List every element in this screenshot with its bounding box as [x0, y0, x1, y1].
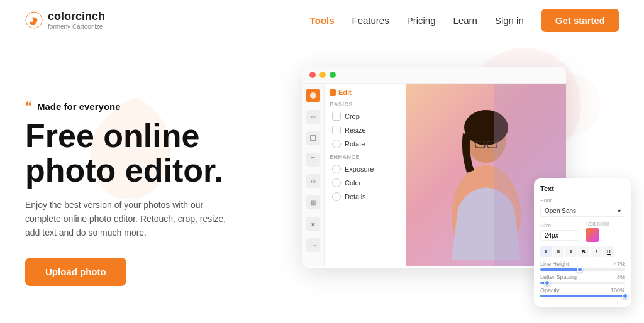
enhance-label: ENHANCE: [330, 154, 401, 160]
text-panel-overlay: Text Font Open Sans ▾ Size 24px Text col…: [534, 178, 631, 307]
align-buttons: ≡ ≡ ≡ B I U: [540, 246, 625, 257]
letter-spacing-value: 8%: [617, 274, 625, 280]
letter-spacing-track[interactable]: [540, 282, 625, 284]
main-nav: Tools Features Pricing Learn Sign in Get…: [310, 9, 619, 32]
exposure-icon: [332, 165, 341, 173]
basics-label: BASICS: [330, 101, 401, 107]
panel-title: Edit: [330, 89, 401, 96]
sidebar-icon-more: ⋯: [306, 238, 320, 252]
svg-point-1: [30, 18, 33, 22]
window-close-dot: [309, 72, 316, 78]
line-height-fill: [540, 268, 580, 271]
sidebar-icon-adjust: ⊙: [306, 174, 320, 188]
nav-features[interactable]: Features: [352, 15, 389, 26]
opacity-label: Opacity: [540, 287, 560, 293]
rotate-icon: [332, 140, 341, 148]
bold-button[interactable]: B: [578, 246, 589, 257]
font-select[interactable]: Open Sans ▾: [540, 205, 625, 217]
letter-spacing-thumb[interactable]: [544, 280, 550, 286]
opacity-fill: [540, 295, 625, 297]
align-right-button[interactable]: ≡: [565, 246, 577, 257]
italic-button[interactable]: I: [591, 246, 602, 257]
text-panel-title: Text: [540, 185, 625, 192]
panel-icon: [330, 89, 336, 96]
details-icon: [332, 192, 341, 201]
brand-subtitle: formerly Cartoonize: [48, 23, 105, 30]
hero-description: Enjoy the best version of your photos wi…: [25, 198, 239, 240]
font-value: Open Sans: [545, 207, 576, 214]
get-started-button[interactable]: Get started: [541, 9, 619, 32]
logo[interactable]: colorcinch formerly Cartoonize: [25, 11, 105, 30]
hero-content: ❝ Made for everyone Free online photo ed…: [25, 100, 289, 285]
hero-section: ❝ Made for everyone Free online photo ed…: [0, 41, 644, 323]
panel-item-exposure[interactable]: Exposure: [330, 163, 401, 175]
align-center-button[interactable]: ≡: [553, 246, 564, 257]
panel-item-crop[interactable]: Crop: [330, 110, 401, 123]
panel-item-color[interactable]: Color: [330, 177, 401, 189]
resize-icon: [332, 126, 341, 134]
panel-item-rotate[interactable]: Rotate: [330, 138, 401, 150]
line-height-thumb[interactable]: [577, 266, 583, 273]
nav-signin[interactable]: Sign in: [495, 15, 524, 26]
size-row: Size 24px Text color: [540, 221, 625, 242]
line-height-track[interactable]: [540, 268, 625, 271]
tagline-row: ❝ Made for everyone: [25, 100, 289, 112]
size-label: Size: [540, 222, 580, 229]
nav-pricing[interactable]: Pricing: [407, 15, 436, 26]
underline-button[interactable]: U: [603, 246, 614, 257]
quote-icon: ❝: [25, 100, 32, 112]
sidebar-icon-logo: [306, 89, 320, 102]
panel-item-resize[interactable]: Resize: [330, 124, 401, 136]
font-label: Font: [540, 197, 625, 204]
svg-point-2: [310, 92, 316, 99]
color-icon: [332, 178, 341, 187]
editor-body: ✏ T ⊙ ▦ ★ ⋯ Edit BASICS: [302, 84, 566, 266]
line-height-value: 47%: [614, 261, 625, 267]
sidebar-icon-text: T: [306, 153, 320, 167]
brand-name: colorcinch: [48, 11, 105, 23]
window-expand-dot: [330, 72, 336, 78]
opacity-value: 100%: [611, 287, 625, 293]
align-left-button[interactable]: ≡: [540, 246, 552, 257]
line-height-label: Line Height: [540, 261, 569, 267]
editor-sidebar-icons: ✏ T ⊙ ▦ ★ ⋯: [302, 84, 325, 266]
header: colorcinch formerly Cartoonize Tools Fea…: [0, 0, 644, 41]
text-color-swatch[interactable]: [586, 228, 599, 242]
hero-title-line1: Free online: [25, 118, 199, 154]
sidebar-icon-filter: ▦: [306, 195, 320, 209]
hero-visual: ✏ T ⊙ ▦ ★ ⋯ Edit BASICS: [289, 60, 619, 323]
letter-spacing-slider-row: Letter Spacing 8%: [540, 274, 625, 284]
nav-tools[interactable]: Tools: [310, 15, 335, 26]
svg-rect-3: [311, 136, 316, 141]
opacity-track[interactable]: [540, 295, 625, 297]
editor-panel: Edit BASICS Crop Resize Rotate: [325, 84, 406, 266]
sidebar-icon-edit: ✏: [306, 110, 320, 124]
line-height-slider-row: Line Height 47%: [540, 261, 625, 271]
sidebar-icon-crop: [306, 131, 320, 145]
crop-icon: [332, 112, 341, 121]
editor-titlebar: [302, 67, 566, 84]
logo-icon: [25, 11, 43, 29]
sidebar-icon-effects: ★: [306, 217, 320, 231]
tagline-text: Made for everyone: [37, 101, 121, 112]
upload-photo-button[interactable]: Upload photo: [25, 258, 126, 286]
hero-title-line2: photo editor.: [25, 152, 223, 189]
size-input[interactable]: 24px: [540, 230, 580, 241]
hero-title: Free online photo editor.: [25, 119, 289, 187]
opacity-slider-row: Opacity 100%: [540, 287, 625, 297]
text-color-label: Text color: [586, 221, 626, 227]
editor-mockup: ✏ T ⊙ ▦ ★ ⋯ Edit BASICS: [302, 67, 566, 268]
font-chevron: ▾: [618, 207, 621, 214]
window-minimize-dot: [319, 72, 326, 78]
panel-item-details[interactable]: Details: [330, 190, 401, 203]
opacity-thumb[interactable]: [622, 293, 628, 299]
nav-learn[interactable]: Learn: [453, 15, 477, 26]
